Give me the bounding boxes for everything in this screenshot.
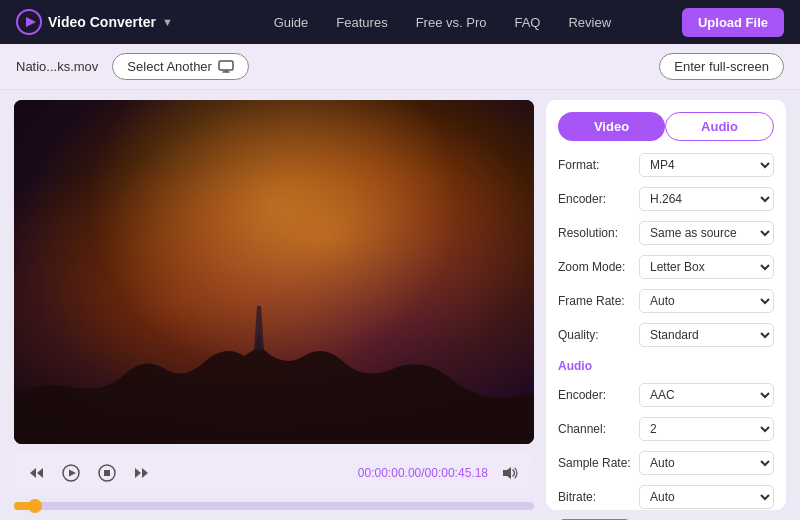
left-panel: 00:00:00.00/00:00:45.18 <box>14 100 534 510</box>
rewind-button[interactable] <box>24 464 48 482</box>
app-logo[interactable]: Video Converter ▼ <box>16 9 173 35</box>
svg-marker-11 <box>135 468 141 478</box>
top-navigation: Video Converter ▼ Guide Features Free vs… <box>0 0 800 44</box>
resolution-row: Resolution: Same as source <box>558 221 774 245</box>
current-time: 00:00:00.00 <box>358 466 421 480</box>
video-preview <box>14 100 534 444</box>
svg-marker-6 <box>37 468 43 478</box>
video-frame <box>14 100 534 444</box>
stop-button[interactable] <box>94 462 120 484</box>
select-another-label: Select Another <box>127 59 212 74</box>
resolution-select[interactable]: Same as source <box>639 221 774 245</box>
svg-rect-2 <box>219 61 233 70</box>
format-row: Format: MP4 <box>558 153 774 177</box>
samplerate-label: Sample Rate: <box>558 456 633 470</box>
format-label: Format: <box>558 158 633 172</box>
audio-encoder-select[interactable]: AAC <box>639 383 774 407</box>
volume-button[interactable] <box>498 464 524 482</box>
app-name: Video Converter <box>48 14 156 30</box>
format-select[interactable]: MP4 <box>639 153 774 177</box>
play-button[interactable] <box>58 462 84 484</box>
resolution-label: Resolution: <box>558 226 633 240</box>
time-display: 00:00:00.00/00:00:45.18 <box>358 466 488 480</box>
audio-encoder-row: Encoder: AAC <box>558 383 774 407</box>
logo-icon <box>16 9 42 35</box>
tab-row: Video Audio <box>558 112 774 141</box>
video-controls: 00:00:00.00/00:00:45.18 <box>14 452 534 494</box>
nav-guide[interactable]: Guide <box>274 15 309 30</box>
dropdown-icon: ▼ <box>162 16 173 28</box>
svg-marker-8 <box>69 470 76 477</box>
main-content: 00:00:00.00/00:00:45.18 Video Audio Form… <box>0 90 800 520</box>
quality-select[interactable]: Standard <box>639 323 774 347</box>
progress-fill <box>14 502 35 510</box>
bitrate-label: Bitrate: <box>558 490 633 504</box>
total-time: 00:00:45.18 <box>425 466 488 480</box>
nav-links: Guide Features Free vs. Pro FAQ Review <box>203 15 682 30</box>
nav-review[interactable]: Review <box>568 15 611 30</box>
audio-encoder-label: Encoder: <box>558 388 633 402</box>
quality-row: Quality: Standard <box>558 323 774 347</box>
play-icon <box>62 464 80 482</box>
svg-marker-5 <box>30 468 36 478</box>
scene-silhouette <box>14 306 534 444</box>
framerate-label: Frame Rate: <box>558 294 633 308</box>
enter-fullscreen-button[interactable]: Enter full-screen <box>659 53 784 80</box>
rewind-icon <box>28 466 44 480</box>
nav-features[interactable]: Features <box>336 15 387 30</box>
audio-section-title: Audio <box>558 359 774 373</box>
tab-video[interactable]: Video <box>558 112 665 141</box>
toolbar: Natio...ks.mov Select Another Enter full… <box>0 44 800 90</box>
bitrate-row: Bitrate: Auto <box>558 485 774 509</box>
upload-file-button[interactable]: Upload File <box>682 8 784 37</box>
channel-row: Channel: 2 <box>558 417 774 441</box>
select-another-button[interactable]: Select Another <box>112 53 249 80</box>
encoder-row: Encoder: H.264 <box>558 187 774 211</box>
framerate-row: Frame Rate: Auto <box>558 289 774 313</box>
volume-icon <box>502 466 520 480</box>
svg-marker-13 <box>503 467 511 479</box>
nav-free-vs-pro[interactable]: Free vs. Pro <box>416 15 487 30</box>
svg-marker-1 <box>26 17 36 27</box>
samplerate-select[interactable]: Auto <box>639 451 774 475</box>
zoom-label: Zoom Mode: <box>558 260 633 274</box>
nav-faq[interactable]: FAQ <box>514 15 540 30</box>
monitor-icon <box>218 60 234 73</box>
framerate-select[interactable]: Auto <box>639 289 774 313</box>
tab-audio[interactable]: Audio <box>665 112 774 141</box>
svg-marker-12 <box>142 468 148 478</box>
encoder-label: Encoder: <box>558 192 633 206</box>
progress-bar[interactable] <box>14 502 534 510</box>
svg-rect-10 <box>104 470 110 476</box>
encoder-select[interactable]: H.264 <box>639 187 774 211</box>
zoom-select[interactable]: Letter Box <box>639 255 774 279</box>
samplerate-row: Sample Rate: Auto <box>558 451 774 475</box>
quality-label: Quality: <box>558 328 633 342</box>
right-panel: Video Audio Format: MP4 Encoder: H.264 R… <box>546 100 786 510</box>
forward-button[interactable] <box>130 464 154 482</box>
zoom-row: Zoom Mode: Letter Box <box>558 255 774 279</box>
progress-thumb <box>28 499 42 513</box>
channel-select[interactable]: 2 <box>639 417 774 441</box>
stop-icon <box>98 464 116 482</box>
bitrate-select[interactable]: Auto <box>639 485 774 509</box>
forward-icon <box>134 466 150 480</box>
file-name: Natio...ks.mov <box>16 59 98 74</box>
channel-label: Channel: <box>558 422 633 436</box>
